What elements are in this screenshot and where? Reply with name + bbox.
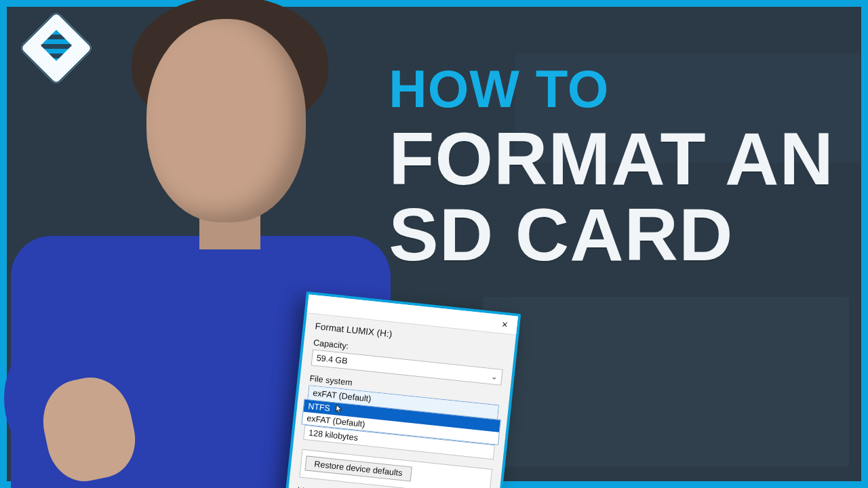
headline-line3: SD CARD bbox=[389, 197, 834, 272]
capacity-value: 59.4 GB bbox=[316, 353, 348, 366]
close-icon: × bbox=[501, 318, 508, 330]
chevron-down-icon: ⌄ bbox=[491, 372, 498, 382]
thumbnail-frame: HOW TO FORMAT AN SD CARD × Format LUMIX … bbox=[0, 0, 868, 488]
headline: HOW TO FORMAT AN SD CARD bbox=[389, 62, 834, 272]
close-button[interactable]: × bbox=[492, 314, 518, 335]
format-dialog-wrapper: × Format LUMIX (H:) Capacity: 59.4 GB ⌄ … bbox=[282, 291, 521, 488]
format-dialog: × Format LUMIX (H:) Capacity: 59.4 GB ⌄ … bbox=[282, 291, 521, 488]
cursor-icon bbox=[335, 404, 344, 413]
headline-line2: FORMAT AN bbox=[389, 121, 834, 197]
headline-line1: HOW TO bbox=[389, 62, 834, 117]
restore-defaults-button[interactable]: Restore device defaults bbox=[304, 455, 412, 481]
background-block bbox=[483, 297, 849, 466]
